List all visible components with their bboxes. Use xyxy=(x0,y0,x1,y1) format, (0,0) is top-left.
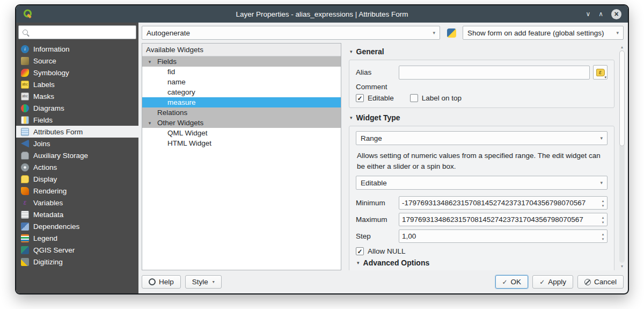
sidebar-item-digitizing[interactable]: Digitizing xyxy=(16,256,138,268)
source-icon xyxy=(21,57,29,65)
step-value: 1,00 xyxy=(399,230,599,242)
minimum-label: Minimum xyxy=(356,199,399,207)
expander-icon[interactable]: ▾ xyxy=(142,120,157,126)
checkbox-checked-icon[interactable] xyxy=(356,247,364,255)
sidebar-item-label: Labels xyxy=(33,81,55,89)
legend-icon xyxy=(21,234,29,242)
tree-group-other-widgets[interactable]: ▾Other Widgets xyxy=(142,118,341,128)
check-icon: ✓ xyxy=(539,279,545,285)
widget-type-section-header[interactable]: ▾ Widget Type xyxy=(350,113,614,122)
ok-button[interactable]: ✓ OK xyxy=(495,275,529,289)
alias-expression-button[interactable]: ε ▾ xyxy=(593,65,608,80)
sidebar-item-actions[interactable]: Actions xyxy=(16,161,138,173)
sidebar-item-joins[interactable]: Joins xyxy=(16,138,138,149)
tree-item-qml-widget[interactable]: QML Widget xyxy=(142,128,341,138)
expression-icon: ε xyxy=(596,69,605,76)
collapse-triangle-icon: ▾ xyxy=(357,260,360,265)
minimum-value: -179769313486231570814527423731704356798… xyxy=(399,197,599,209)
minimum-spinbox[interactable]: -179769313486231570814527423731704356798… xyxy=(399,196,608,210)
scrollbar-track[interactable] xyxy=(619,51,625,263)
advanced-options-header[interactable]: ▾ Advanced Options xyxy=(357,258,608,267)
checkbox-unchecked-icon[interactable] xyxy=(410,94,418,102)
sidebar-item-label: Information xyxy=(33,45,70,53)
label-on-top-checkbox[interactable]: Label on top xyxy=(410,94,462,102)
help-button[interactable]: Help xyxy=(142,275,181,289)
tree-item-label: HTML Widget xyxy=(167,139,211,147)
spinner-icons[interactable]: ▴▾ xyxy=(599,230,607,242)
available-widgets-title: Available Widgets xyxy=(142,44,341,56)
sidebar-item-symbology[interactable]: Symbology xyxy=(16,67,138,78)
sidebar-search[interactable] xyxy=(18,25,136,39)
form-layout-combo[interactable]: Autogenerate ▾ xyxy=(142,26,440,40)
tree-group-fields[interactable]: ▾Fields xyxy=(142,56,341,67)
show-form-combo[interactable]: Show form on add feature (global setting… xyxy=(463,26,624,40)
tree-item-measure[interactable]: measure xyxy=(142,97,341,107)
sidebar-item-label: Joins xyxy=(33,140,50,148)
alias-input[interactable] xyxy=(399,66,590,80)
scroll-up-icon[interactable]: ▴ xyxy=(621,44,623,50)
sidebar-item-label: Legend xyxy=(33,234,57,242)
expander-icon[interactable]: ▾ xyxy=(142,59,157,64)
sidebar-item-display[interactable]: Display xyxy=(16,173,138,185)
sidebar-item-labels[interactable]: Labels xyxy=(16,78,138,90)
range-mode-combo[interactable]: Editable ▾ xyxy=(356,176,608,190)
tree-item-fid[interactable]: fid xyxy=(142,67,341,77)
sidebar-item-label: Metadata xyxy=(33,211,63,219)
title-bar[interactable]: Layer Properties - alias_expressions | A… xyxy=(16,5,628,23)
tree-item-name[interactable]: name xyxy=(142,77,341,87)
sidebar-item-auxiliary-storage[interactable]: Auxiliary Storage xyxy=(16,149,138,161)
maximize-icon[interactable]: ∧ xyxy=(598,11,603,17)
vertical-scrollbar[interactable]: ▴ ▾ xyxy=(618,43,626,270)
tree-group-relations[interactable]: Relations xyxy=(142,107,341,118)
scroll-down-icon[interactable]: ▾ xyxy=(621,263,623,269)
sidebar-item-variables[interactable]: Variables xyxy=(16,197,138,209)
step-spinbox[interactable]: 1,00 ▴▾ xyxy=(399,229,608,243)
sidebar-item-legend[interactable]: Legend xyxy=(16,232,138,244)
attributes-form-icon xyxy=(21,128,29,136)
sidebar-item-information[interactable]: Information xyxy=(16,43,138,55)
allow-null-checkbox-label: Allow NULL xyxy=(368,247,406,255)
widgets-tree: ▾Fields fid name category measure Relati… xyxy=(142,56,341,270)
sidebar-item-dependencies[interactable]: Dependencies xyxy=(16,220,138,232)
maximum-spinbox[interactable]: 1797693134862315708145274237317043567980… xyxy=(399,213,608,226)
checkbox-checked-icon[interactable] xyxy=(356,94,364,102)
search-input[interactable] xyxy=(32,28,132,37)
sidebar-item-source[interactable]: Source xyxy=(16,55,138,67)
search-icon xyxy=(23,30,28,35)
minimize-icon[interactable]: ∨ xyxy=(586,11,590,17)
labels-icon xyxy=(21,81,29,89)
sidebar-item-qgis-server[interactable]: QGIS Server xyxy=(16,244,138,256)
spinner-icons[interactable]: ▴▾ xyxy=(599,197,607,209)
editable-checkbox[interactable]: Editable xyxy=(356,94,394,102)
label-on-top-checkbox-label: Label on top xyxy=(422,94,462,102)
tree-item-html-widget[interactable]: HTML Widget xyxy=(142,138,341,148)
general-section-title: General xyxy=(356,47,384,56)
sidebar-item-label: Rendering xyxy=(33,187,67,195)
sidebar-item-fields[interactable]: Fields xyxy=(16,114,138,126)
sidebar-item-masks[interactable]: Masks xyxy=(16,90,138,102)
style-button[interactable]: Style ▾ xyxy=(185,275,222,289)
maximum-label: Maximum xyxy=(356,215,399,224)
scrollbar-thumb[interactable] xyxy=(619,51,625,146)
python-init-button[interactable] xyxy=(444,26,458,40)
widget-type-combo-value: Range xyxy=(361,134,382,142)
information-icon xyxy=(21,45,29,53)
allow-null-checkbox[interactable]: Allow NULL xyxy=(356,247,406,255)
widget-type-combo[interactable]: Range ▾ xyxy=(356,131,608,145)
tree-item-category[interactable]: category xyxy=(142,87,341,97)
close-icon[interactable]: × xyxy=(611,9,621,19)
spinner-icons[interactable]: ▴▾ xyxy=(599,213,607,226)
sidebar-item-label: Diagrams xyxy=(33,104,64,112)
sidebar-item-rendering[interactable]: Rendering xyxy=(16,185,138,197)
sidebar-item-attributes-form[interactable]: Attributes Form xyxy=(16,126,138,138)
comment-label: Comment xyxy=(356,83,399,91)
sidebar-item-diagrams[interactable]: Diagrams xyxy=(16,102,138,114)
sidebar-item-metadata[interactable]: Metadata xyxy=(16,209,138,220)
general-section-header[interactable]: ▾ General xyxy=(350,47,614,56)
editable-checkbox-label: Editable xyxy=(368,94,394,102)
cancel-button[interactable]: Cancel xyxy=(577,275,624,289)
apply-button[interactable]: ✓ Apply xyxy=(532,275,573,289)
tree-item-label: name xyxy=(167,78,186,86)
help-icon xyxy=(149,278,156,285)
step-label: Step xyxy=(356,232,399,240)
